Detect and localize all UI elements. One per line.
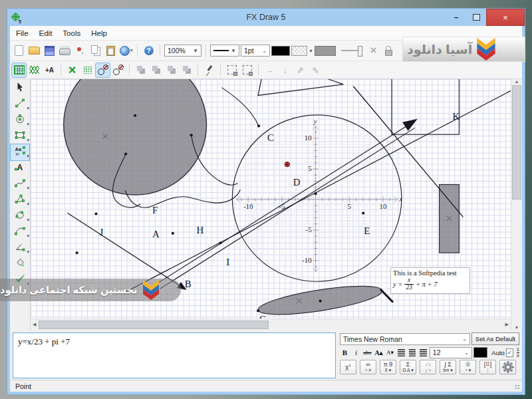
lock-icon[interactable] (382, 44, 396, 58)
resize-grip[interactable] (515, 384, 521, 390)
canvas-label: B (185, 279, 192, 289)
greek-uppercase-button[interactable]: Σ Ω Δ ▾ (400, 360, 416, 374)
grid-icon[interactable] (12, 63, 26, 77)
vertical-scroll-thumb[interactable] (512, 85, 521, 200)
send-back-icon[interactable] (180, 63, 194, 77)
rectangle-tool[interactable]: ▾ (11, 128, 29, 144)
align-center-icon[interactable] (409, 349, 416, 356)
slider-handle[interactable] (358, 46, 362, 57)
fill-pattern-select[interactable] (291, 46, 307, 56)
maximize-button[interactable] (466, 14, 486, 21)
menu-file[interactable]: File (16, 29, 29, 37)
pin-icon[interactable] (73, 44, 87, 58)
svg-text:A: A (17, 163, 23, 172)
auto-checkbox[interactable]: ✓ (506, 348, 513, 357)
canvas-text-annotation[interactable]: This is a Softpedia test y = x23 + π + 7 (390, 267, 470, 294)
bold-button[interactable]: B (340, 346, 350, 358)
scroll-left-icon[interactable]: ◀ (33, 322, 36, 327)
ungroup-icon[interactable] (240, 63, 254, 77)
line-style-sample (213, 50, 229, 51)
font-color-swatch[interactable] (473, 347, 488, 358)
no-snap-icon[interactable] (366, 44, 380, 58)
equation-panel: y=x/23 + pi +7 Times New Roman ⌄ Set As … (10, 330, 522, 380)
matrix-button[interactable]: [⠿] ⋮ (479, 360, 496, 374)
horizontal-scrollbar[interactable]: ◀ ▶ (31, 319, 511, 330)
label-tool[interactable]: A (11, 160, 29, 176)
flip-horizontal-icon[interactable] (263, 63, 277, 77)
paste-icon[interactable] (104, 44, 118, 58)
watermark-banner: نخستین شبکه اجتماعی دانلود (0, 279, 181, 301)
send-backward-icon[interactable] (149, 63, 163, 77)
bring-front-icon[interactable] (164, 63, 178, 77)
fraction-button[interactable]: 1 x (517, 347, 519, 358)
scroll-right-icon[interactable]: ▶ (505, 322, 509, 327)
angle-tool[interactable]: ▾ (11, 240, 29, 256)
greek-lowercase-button[interactable]: π θ δ ▾ (380, 360, 396, 374)
titlebar[interactable]: 5 FX Draw 5 – × (7, 9, 525, 26)
dot-grid-icon[interactable] (80, 63, 94, 77)
align-left-icon[interactable] (398, 349, 405, 356)
opacity-slider[interactable] (341, 50, 361, 51)
horizontal-scroll-thumb[interactable] (39, 321, 269, 329)
vertical-scrollbar[interactable]: ▲ ▼ (511, 79, 522, 330)
copy-icon[interactable] (88, 44, 102, 58)
stroke-color-swatch[interactable] (271, 46, 290, 56)
font-select[interactable]: Times New Roman ⌄ (340, 333, 470, 345)
set-as-default-button[interactable]: Set As Default (471, 332, 519, 345)
close-button[interactable]: × (486, 9, 525, 26)
subscript-button[interactable]: A▾ (385, 346, 395, 358)
arc-tool[interactable]: ▾ (11, 224, 29, 240)
format-painter-icon[interactable] (202, 63, 216, 77)
isometric-grid-icon[interactable] (27, 63, 41, 77)
svg-text:5: 5 (308, 165, 311, 173)
save-icon[interactable] (43, 44, 57, 58)
scroll-down-icon[interactable]: ▼ (515, 325, 519, 330)
point-label-icon[interactable] (43, 63, 57, 77)
italic-button[interactable]: i (351, 346, 361, 358)
axes-icon[interactable] (65, 63, 79, 77)
fx-draw-window: 5 FX Draw 5 – × FileEditToolsHelp ▾ 100%… (7, 8, 525, 395)
curve-tool[interactable]: ▾ (11, 176, 29, 192)
operators-button[interactable]: ∞ ÷ ≠ (360, 360, 376, 374)
flip-vertical-icon[interactable] (278, 63, 292, 77)
menu-help[interactable]: Help (91, 29, 107, 37)
polygon-tool[interactable]: ▾ (11, 192, 29, 208)
root-button[interactable]: √x χ ▾ (420, 360, 436, 374)
menu-edit[interactable]: Edit (39, 29, 53, 37)
circled-numbers-button[interactable]: ① ◔ ▾ (460, 360, 476, 374)
canvas-label: J (99, 227, 103, 237)
zoom-select[interactable]: 100%▼ (164, 45, 201, 57)
freeform-tool[interactable]: ▾ (11, 208, 29, 224)
superscript-button[interactable]: A▴ (374, 346, 384, 358)
equation-input[interactable]: y=x/23 + pi +7 (13, 332, 336, 378)
menu-tools[interactable]: Tools (63, 29, 80, 37)
strikethrough-button[interactable]: abe (362, 346, 372, 358)
line-weight-select[interactable]: 1pt⌄ (241, 45, 270, 57)
scroll-up-icon[interactable]: ▲ (515, 79, 519, 84)
calculus-button[interactable]: ∫ Σ lim ▾ (440, 360, 456, 374)
rotate-right-icon[interactable] (293, 63, 307, 77)
group-icon[interactable] (225, 63, 239, 77)
text-tool[interactable]: Aax² ▾ (11, 144, 29, 160)
fill-tool[interactable] (11, 256, 29, 272)
select-tool[interactable] (11, 80, 29, 96)
snap-circle-icon[interactable] (96, 63, 110, 77)
minimize-button[interactable]: – (446, 13, 466, 22)
open-icon[interactable] (27, 44, 41, 58)
line-style-select[interactable]: ▼ (210, 45, 239, 57)
settings-gear-button[interactable] (499, 360, 516, 374)
align-right-icon[interactable] (420, 349, 427, 356)
help-icon[interactable] (142, 44, 156, 58)
new-document-icon[interactable] (12, 44, 26, 58)
chi-degree-button[interactable]: χ° (340, 360, 356, 374)
print-icon[interactable] (58, 44, 72, 58)
bring-forward-icon[interactable] (134, 63, 148, 77)
web-export-icon[interactable]: ▾ (119, 44, 133, 58)
font-size-select[interactable]: 12 ⌄ (430, 347, 472, 358)
chevron-down-icon: ⌄ (464, 350, 469, 356)
fill-color-swatch[interactable] (315, 46, 336, 56)
circle-tool[interactable]: ▾ (11, 112, 29, 128)
snap-free-icon[interactable] (111, 63, 125, 77)
rotate-left-icon[interactable] (309, 63, 323, 77)
line-tool[interactable]: ▾ (11, 96, 29, 112)
